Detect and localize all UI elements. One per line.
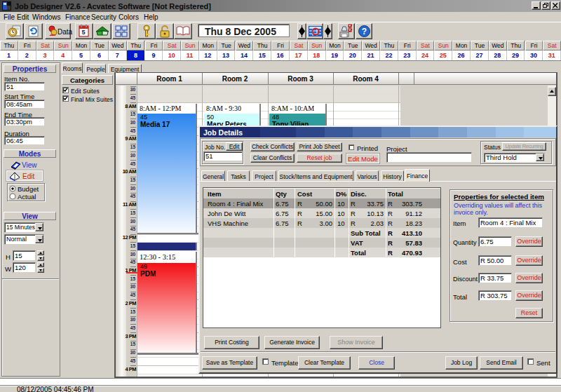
svg-text:5: 5 (81, 29, 85, 36)
svg-text:?: ? (362, 27, 367, 36)
